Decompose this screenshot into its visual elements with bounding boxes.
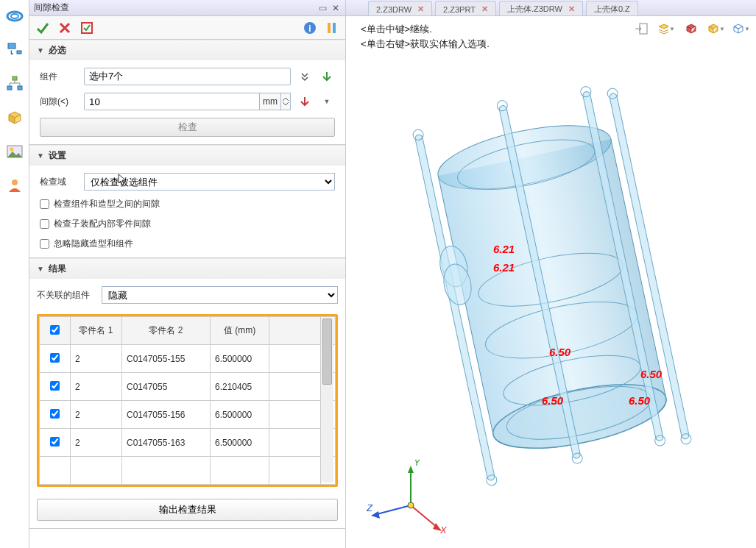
command-bar: i (29, 16, 345, 40)
spinner-down-icon[interactable] (283, 102, 289, 106)
tab-label: 2.Z3DRW (376, 5, 411, 14)
svg-marker-39 (408, 466, 414, 473)
section-results-header[interactable]: ▼ 结果 (29, 258, 345, 279)
tab-close-icon[interactable]: ✕ (478, 4, 488, 14)
component-input[interactable] (84, 68, 291, 85)
svg-rect-14 (328, 23, 331, 33)
gap-pick-icon[interactable] (297, 93, 313, 110)
panel-close-icon[interactable]: ✕ (331, 3, 341, 13)
opt-check-model-gap[interactable]: 检查组件和造型之间的间隙 (40, 198, 335, 210)
results-table: 零件名 1 零件名 2 值 (mm) 2 C0147055-155 6.5000… (37, 314, 338, 487)
tab-label: 2.Z3PRT (443, 5, 476, 14)
vp-golden-cube-icon[interactable]: ▼ (707, 21, 725, 37)
options-button[interactable] (323, 19, 341, 37)
component-label: 组件 (40, 71, 78, 83)
box-icon[interactable] (4, 107, 25, 128)
vp-layers-icon[interactable]: ▼ (657, 21, 675, 37)
svg-rect-6 (7, 86, 12, 90)
svg-text:┗: ┗ (10, 50, 13, 57)
scroll-thumb[interactable] (322, 319, 332, 385)
svg-text:Y: Y (414, 460, 421, 468)
svg-rect-15 (333, 23, 336, 33)
select-all-checkbox[interactable] (50, 325, 60, 335)
cell-value: 6.500000 (211, 401, 269, 429)
tab-label: 上壳体0.Z (594, 4, 630, 15)
vp-wireframe-icon[interactable]: ▼ (732, 21, 750, 37)
opt-ignore-hidden[interactable]: 忽略隐藏造型和组件 (40, 238, 335, 250)
vp-cube-icon[interactable] (682, 21, 700, 37)
ok-button[interactable] (34, 19, 52, 37)
document-tabs: 2.Z3DRW✕2.Z3PRT✕上壳体.Z3DRW✕上壳体0.Z (346, 0, 756, 16)
chevron-down-icon: ▼ (37, 152, 44, 160)
chevron-down-icon: ▼ (37, 46, 44, 54)
row-checkbox[interactable] (50, 381, 60, 391)
domain-select[interactable]: 仅检查被选组件 (84, 173, 335, 191)
svg-line-40 (411, 505, 437, 527)
gap-label: 间隙(<) (40, 96, 78, 108)
svg-line-42 (377, 505, 411, 514)
export-results-button[interactable]: 输出检查结果 (37, 499, 338, 521)
svg-point-44 (408, 502, 414, 508)
torus-icon[interactable] (4, 6, 25, 26)
hierarchy-icon[interactable] (4, 74, 25, 94)
table-row[interactable]: 2 C0147055-156 6.500000 (40, 401, 336, 429)
cell-part1: 2 (71, 373, 122, 401)
svg-text:Z: Z (367, 502, 373, 513)
svg-rect-2 (8, 43, 15, 49)
panel-pin-icon[interactable]: ▭ (317, 3, 328, 13)
section-settings: ▼ 设置 检查域 仅检查被选组件 检查组件和造型之间的间隙 检查子装配内部零件间… (29, 145, 345, 258)
row-checkbox[interactable] (50, 437, 60, 446)
picture-icon[interactable] (4, 141, 25, 162)
unassoc-label: 不关联的组件 (37, 289, 96, 302)
viewport-toolbar: ▼ ▼ ▼ (632, 21, 750, 37)
person-icon[interactable] (4, 175, 25, 196)
apply-button[interactable] (78, 19, 96, 37)
check-button[interactable]: 检查 (40, 118, 335, 137)
row-checkbox[interactable] (50, 353, 60, 363)
3d-viewport[interactable]: 2.Z3DRW✕2.Z3PRT✕上壳体.Z3DRW✕上壳体0.Z ▼ ▼ ▼ <… (346, 0, 756, 548)
svg-text:i: i (308, 24, 311, 34)
gap-input[interactable] (84, 93, 260, 110)
cancel-button[interactable] (56, 19, 74, 37)
left-icon-bar: ┗ (0, 0, 29, 548)
document-tab[interactable]: 2.Z3DRW✕ (368, 1, 432, 15)
dimension-label: 6.50 (629, 394, 650, 407)
svg-point-10 (12, 179, 18, 185)
coordinate-axes: Y X Z (367, 460, 440, 533)
tab-close-icon[interactable]: ✕ (565, 4, 575, 14)
component-pick-icon[interactable] (319, 68, 335, 85)
unassoc-select[interactable]: 隐藏 (102, 286, 338, 304)
tab-close-icon[interactable]: ✕ (414, 4, 424, 14)
table-row[interactable]: 2 C0147055-155 6.500000 (40, 345, 336, 373)
table-row[interactable]: 2 C0147055 6.210405 (40, 373, 336, 401)
cell-part1: 2 (71, 429, 122, 457)
dimension-label: 6.50 (542, 394, 563, 407)
section-required-header[interactable]: ▼ 必选 (29, 40, 345, 60)
svg-rect-3 (17, 51, 21, 54)
opt-check-subasm[interactable]: 检查子装配内部零件间隙 (40, 218, 335, 230)
dimension-label: 6.21 (493, 261, 515, 274)
panel-title-bar: 间隙检查 ▭ ✕ (29, 0, 345, 16)
vp-inject-icon[interactable] (632, 21, 650, 37)
document-tab[interactable]: 上壳体0.Z (586, 1, 638, 15)
cell-part2: C0147055 (122, 373, 211, 401)
table-row[interactable]: 2 C0147055-163 6.500000 (40, 429, 336, 457)
svg-point-1 (11, 14, 18, 18)
dimension-label: 6.21 (493, 243, 515, 255)
document-tab[interactable]: 上壳体.Z3DRW✕ (499, 1, 583, 15)
info-button[interactable]: i (301, 19, 319, 37)
clearance-check-panel: 间隙检查 ▭ ✕ i ▼ 必选 (29, 0, 346, 548)
gap-dropdown-icon[interactable]: ▼ (319, 93, 335, 110)
cell-part2: C0147055-163 (122, 429, 211, 457)
table-header-row: 零件名 1 零件名 2 值 (mm) (40, 317, 336, 345)
cell-part1: 2 (71, 345, 122, 373)
section-settings-header[interactable]: ▼ 设置 (29, 145, 345, 166)
table-scrollbar[interactable] (320, 319, 333, 483)
component-dropdown-icon[interactable] (297, 68, 313, 85)
chevron-down-icon: ▼ (37, 265, 44, 273)
svg-text:X: X (439, 524, 448, 535)
row-checkbox[interactable] (50, 409, 60, 419)
document-tab[interactable]: 2.Z3PRT✕ (435, 1, 496, 15)
assembly-tree-icon[interactable]: ┗ (4, 40, 25, 60)
gap-unit: mm (260, 93, 281, 110)
